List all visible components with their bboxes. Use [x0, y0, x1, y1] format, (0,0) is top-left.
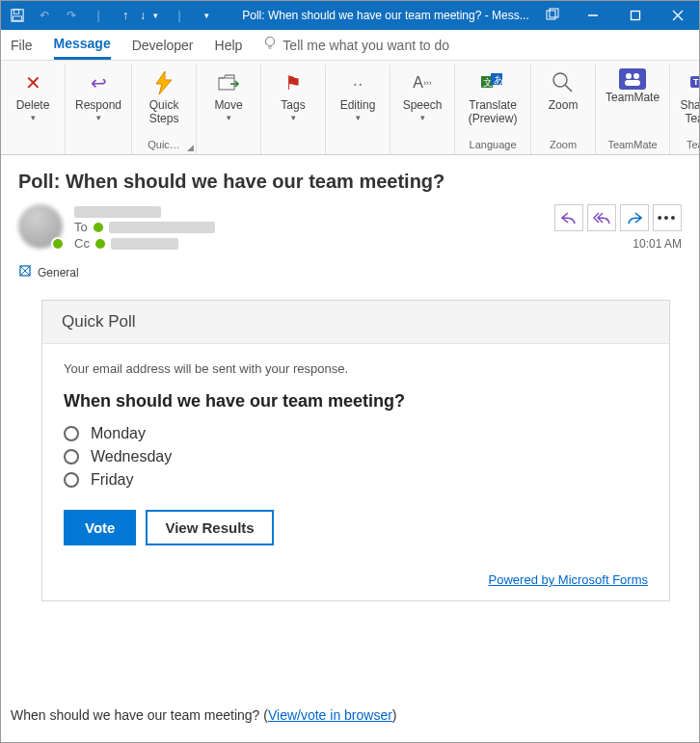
svg-rect-4: [550, 9, 558, 17]
radio-icon: [64, 472, 79, 488]
lightning-icon: [149, 68, 178, 97]
poll-card: Quick Poll Your email address will be se…: [41, 300, 670, 601]
quick-access-toolbar: ↶ ↷ | ↑ ↓▾ | ▾: [1, 1, 219, 30]
vote-button[interactable]: Vote: [64, 510, 136, 545]
poll-note: Your email address will be sent with you…: [64, 361, 648, 376]
save-icon[interactable]: [5, 1, 30, 30]
title-bar: ↶ ↷ | ↑ ↓▾ | ▾ Poll: When should we have…: [1, 1, 699, 30]
svg-point-21: [633, 73, 639, 79]
teams-icon: T: [687, 68, 700, 97]
cc-recipient: [111, 238, 178, 250]
quick-steps-button[interactable]: Quick Steps: [138, 66, 190, 128]
speech-icon: A›››: [408, 68, 437, 97]
ribbon: ✕ Delete ▾ ↩ Respond ▾ Quick Steps: [1, 61, 699, 155]
to-label: To: [74, 220, 88, 234]
poll-option[interactable]: Monday: [64, 425, 648, 442]
close-button[interactable]: [657, 1, 699, 30]
forms-link[interactable]: Powered by Microsoft Forms: [489, 572, 648, 587]
translate-icon: 文あ: [478, 68, 507, 97]
timestamp: 10:01 AM: [633, 237, 682, 251]
poll-option[interactable]: Wednesday: [64, 448, 648, 465]
footer-line: When should we have our team meeting? (V…: [11, 707, 397, 723]
reply-button[interactable]: [554, 204, 583, 231]
svg-point-9: [266, 38, 275, 46]
subject-line: Poll: When should we have our team meeti…: [18, 171, 682, 193]
tab-developer[interactable]: Developer: [132, 32, 194, 59]
delete-button[interactable]: ✕ Delete ▾: [7, 66, 59, 124]
poll-question: When should we have our team meeting?: [64, 391, 648, 411]
editing-icon: ··: [343, 68, 372, 97]
more-actions-button[interactable]: •••: [653, 204, 682, 231]
poll-option[interactable]: Friday: [64, 471, 648, 489]
svg-text:あ: あ: [494, 74, 503, 85]
category-line: General: [1, 256, 699, 288]
reply-all-button[interactable]: [587, 204, 616, 231]
delete-icon: ✕: [18, 68, 47, 97]
teammate-icon: [619, 68, 646, 90]
tell-me-search[interactable]: Tell me what you want to do: [263, 36, 449, 54]
svg-rect-2: [13, 16, 22, 20]
sender-name: [74, 206, 161, 218]
window-popup-icon[interactable]: [533, 8, 572, 24]
forward-button[interactable]: [620, 204, 649, 231]
message-header: Poll: When should we have our team meeti…: [1, 155, 699, 256]
dialog-launcher-icon[interactable]: ◢: [187, 143, 194, 152]
view-results-button[interactable]: View Results: [146, 510, 273, 545]
lightbulb-icon: [263, 36, 277, 54]
radio-icon: [64, 449, 79, 464]
arrow-up-icon[interactable]: ↑: [113, 1, 138, 30]
respond-button[interactable]: ↩ Respond ▾: [71, 66, 125, 124]
category-icon: [18, 264, 32, 280]
presence-dot-icon: [95, 239, 105, 249]
message-actions: •••: [554, 204, 682, 231]
minimize-button[interactable]: [572, 1, 614, 30]
move-button[interactable]: Move ▾: [202, 66, 255, 124]
cc-label: Cc: [74, 236, 90, 251]
share-to-teams-button[interactable]: T Share to Teams: [676, 66, 700, 128]
translate-button[interactable]: 文あ Translate (Preview): [461, 66, 525, 128]
category-name[interactable]: General: [38, 266, 79, 279]
poll-title: Quick Poll: [42, 301, 669, 344]
editing-button[interactable]: ·· Editing ▾: [332, 66, 384, 124]
presence-indicator: [51, 237, 65, 251]
tell-me-placeholder: Tell me what you want to do: [283, 38, 449, 53]
window-title: Poll: When should we have our team meeti…: [219, 9, 533, 22]
window-controls: [572, 1, 699, 30]
svg-point-20: [626, 73, 632, 79]
svg-line-19: [565, 85, 572, 92]
svg-rect-1: [14, 10, 19, 13]
svg-rect-6: [632, 12, 640, 20]
tab-message[interactable]: Message: [54, 30, 111, 60]
arrow-down-icon[interactable]: ↓▾: [140, 1, 165, 30]
svg-marker-12: [156, 71, 172, 94]
to-recipient: [109, 222, 215, 233]
presence-dot-icon: [94, 223, 103, 232]
avatar[interactable]: [18, 204, 63, 249]
move-icon: [214, 68, 243, 97]
maximize-button[interactable]: [614, 1, 657, 30]
svg-rect-22: [625, 80, 640, 86]
svg-rect-3: [547, 11, 555, 19]
ribbon-tabs: File Message Developer Help Tell me what…: [1, 30, 699, 61]
overflow-icon[interactable]: ▾: [194, 1, 219, 30]
view-in-browser-link[interactable]: View/vote in browser: [268, 707, 392, 723]
zoom-button[interactable]: Zoom: [537, 66, 589, 115]
tab-file[interactable]: File: [11, 32, 33, 59]
speech-button[interactable]: A››› Speech ▾: [396, 66, 448, 124]
svg-point-18: [553, 73, 567, 87]
radio-icon: [64, 426, 79, 441]
svg-text:T: T: [693, 77, 699, 87]
respond-icon: ↩: [84, 68, 113, 97]
tab-help[interactable]: Help: [215, 32, 243, 59]
tags-button[interactable]: ⚑ Tags ▾: [267, 66, 319, 124]
undo-icon[interactable]: ↶: [32, 1, 57, 30]
redo-icon[interactable]: ↷: [59, 1, 84, 30]
zoom-icon: [549, 68, 578, 97]
teammate-button[interactable]: TeamMate: [602, 66, 663, 107]
flag-icon: ⚑: [279, 68, 308, 97]
